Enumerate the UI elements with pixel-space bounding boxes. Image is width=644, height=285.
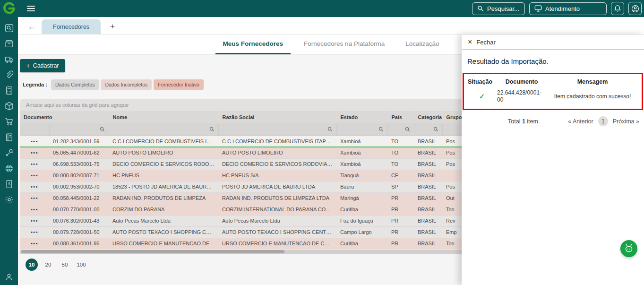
column-header[interactable]: Categoria [414, 111, 442, 123]
cell-pais: TO [387, 158, 414, 170]
supplier-row[interactable]: •••00.002.953/0002-7018523 - POSTO JD AM… [20, 181, 473, 192]
global-search-button[interactable]: Pesquisar... [472, 2, 525, 15]
filter-input[interactable] [218, 123, 336, 136]
profile-button[interactable] [628, 2, 642, 15]
column-header[interactable]: Razão Social [218, 111, 336, 123]
support-person-icon[interactable] [5, 272, 14, 281]
supplier-row[interactable]: •••00.058.445/0001-22RADAN IND. PRODUTOS… [20, 192, 473, 204]
row-actions-button[interactable]: ••• [20, 158, 49, 170]
tab-fornecedores[interactable]: Fornecedores [42, 19, 101, 34]
filter-input[interactable] [336, 123, 387, 136]
robot-icon [623, 243, 635, 254]
filter-input[interactable] [387, 123, 414, 136]
group-drop-zone[interactable]: Arraste aqui as colunas da grid para agr… [20, 99, 473, 111]
globe-icon[interactable] [5, 164, 14, 173]
filter-input[interactable] [49, 123, 109, 136]
success-check-icon: ✓ [467, 92, 497, 101]
tab-fornecedores-plataforma[interactable]: Fornecedores na Plataforma [296, 35, 392, 54]
row-actions-button[interactable]: ••• [20, 170, 49, 181]
cadastrar-button[interactable]: + Cadastrar [20, 59, 65, 72]
column-header[interactable]: Estado [336, 111, 387, 123]
cell-documento: 00.076.302/0001-43 [49, 215, 109, 226]
supplier-row[interactable]: •••00.080.361/0001-95URSO COMERCIO E MAN… [20, 238, 473, 249]
tab-label: Fornecedores [53, 24, 89, 30]
row-actions-button[interactable]: ••• [20, 181, 49, 192]
top-bar: Pesquisar... Atendimento [0, 0, 644, 17]
row-actions-button[interactable]: ••• [20, 226, 49, 238]
page-size-100[interactable]: 100 [75, 259, 87, 271]
chat-mascot-button[interactable] [620, 240, 637, 257]
scrollbar-thumb[interactable] [21, 250, 284, 253]
package-icon[interactable] [5, 102, 14, 111]
supplier-row[interactable]: •••00.079.728/0001-50AUTO POSTO TEXACO I… [20, 226, 473, 238]
supplier-row[interactable]: •••00.076.302/0001-43Auto Pecas Marcelo … [20, 215, 473, 226]
cell-estado: Bauru [336, 181, 387, 192]
cell-nome: URSO COMERCIO E MANUTENCAO DE [109, 238, 218, 249]
supplier-row[interactable]: •••01.282.343/0001-59C C I COMERCIO DE C… [20, 136, 473, 147]
close-icon[interactable]: × [468, 38, 472, 46]
cell-documento: 06.698.533/0001-75 [49, 158, 109, 170]
supplier-row[interactable]: •••00.000.802/0087-71HC PNEUSHC PNEUS S/… [20, 170, 473, 181]
cell-nome: C C I COMERCIO DE COMBUSTIVEIS ITAP... [109, 136, 218, 147]
cart-icon[interactable] [5, 117, 14, 126]
cell-nome: CORZIM DO PARANA [109, 204, 218, 215]
row-actions-button[interactable]: ••• [20, 204, 49, 215]
filter-input[interactable] [109, 123, 218, 136]
next-page-button[interactable]: Próxima » [613, 118, 639, 125]
import-result-box: Situação Documento Mensagem ✓ 22.644.428… [463, 73, 643, 110]
cell-estado: Curitiba [336, 204, 387, 215]
app-logo[interactable] [1, 1, 17, 16]
prev-page-button[interactable]: « Anterior [568, 118, 593, 125]
supplier-row[interactable]: •••00.070.770/0001-00CORZIM DO PARANACOR… [20, 204, 473, 215]
ledger-icon[interactable] [5, 133, 14, 142]
cell-documento: 05.065.447/0001-62 [49, 147, 109, 158]
row-actions-button[interactable]: ••• [20, 192, 49, 204]
menu-icon[interactable] [27, 4, 35, 13]
cell-nome: 18523 - POSTO JD AMERICA DE BAURU LT... [109, 181, 218, 192]
column-header[interactable]: País [387, 111, 414, 123]
col-mensagem: Mensagem [546, 78, 639, 85]
cell-categoria: BRASIL [414, 147, 442, 158]
cell-documento: 00.002.953/0002-70 [49, 181, 109, 192]
row-actions-button[interactable]: ••• [20, 215, 49, 226]
filter-cell-empty [20, 123, 49, 136]
drawer-close-label[interactable]: Fechar [476, 39, 495, 46]
notifications-button[interactable] [611, 2, 624, 15]
cell-razao_social: DECIO COMERCIO E SERVICOS RODOVIARIOS LT… [218, 158, 336, 170]
new-tab-icon[interactable]: + [110, 22, 115, 30]
row-actions-button[interactable]: ••• [20, 238, 49, 249]
cell-documento: 00.070.770/0001-00 [49, 204, 109, 215]
row-actions-button[interactable]: ••• [20, 136, 49, 147]
cell-categoria: BRASIL [414, 215, 442, 226]
cell-estado: Tianguá [336, 170, 387, 181]
tab-meus-fornecedores[interactable]: Meus Fornecedores [215, 35, 291, 54]
supplier-row[interactable]: •••06.698.533/0001-75DECIO COMERCIO E SE… [20, 158, 473, 170]
current-page-button[interactable]: 1 [598, 116, 608, 126]
invoice-icon[interactable]: $ [5, 180, 14, 189]
horizontal-scrollbar[interactable] [20, 250, 473, 254]
cell-estado: Maringá [336, 192, 387, 204]
search-placeholder: Pesquisar... [487, 5, 519, 12]
supplier-row[interactable]: •••05.065.447/0001-62AUTO POSTO LIMOEIRO… [20, 147, 473, 158]
atendimento-label: Atendimento [545, 5, 580, 12]
page-size-10[interactable]: 10 [26, 259, 38, 271]
tab-localizacao[interactable]: Localização [398, 35, 447, 54]
tools-icon[interactable] [5, 148, 14, 157]
atendimento-button[interactable]: Atendimento [529, 2, 607, 15]
page-size-50[interactable]: 50 [59, 259, 71, 271]
back-arrow-icon[interactable]: ← [27, 22, 36, 31]
column-header[interactable]: Documento [20, 111, 109, 123]
column-header[interactable]: Nome [109, 111, 218, 123]
calculator-icon[interactable] [5, 86, 14, 95]
paperclip-icon[interactable] [5, 70, 14, 79]
drawer-header: × Fechar [462, 35, 644, 50]
module-search-icon[interactable] [5, 24, 14, 33]
archive-icon[interactable] [5, 39, 14, 48]
cell-categoria: BRASIL [414, 158, 442, 170]
filter-input[interactable] [414, 123, 442, 136]
row-actions-button[interactable]: ••• [20, 147, 49, 158]
settings-gear-icon[interactable] [5, 195, 14, 204]
page-size-20[interactable]: 20 [42, 259, 54, 271]
cell-categoria: BRASIL [414, 238, 442, 249]
truck-icon[interactable] [5, 55, 14, 64]
